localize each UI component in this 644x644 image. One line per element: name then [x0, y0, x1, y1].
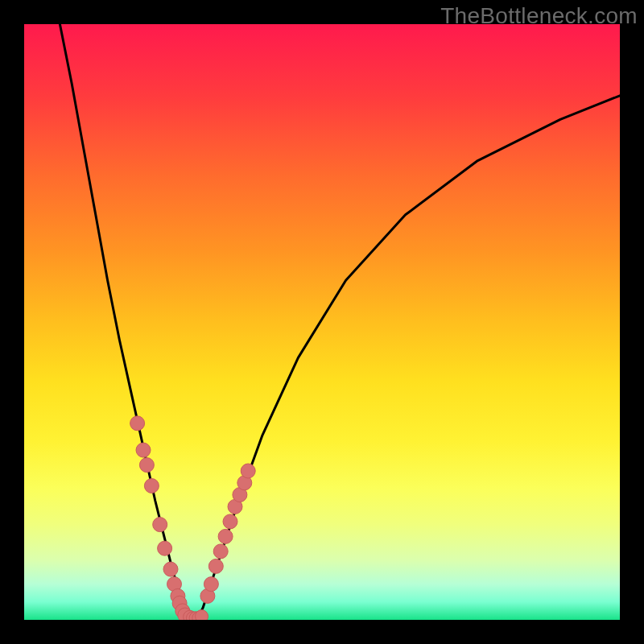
data-point	[218, 529, 233, 543]
outer-frame: TheBottleneck.com	[0, 0, 644, 644]
data-point	[158, 541, 172, 555]
data-point	[139, 458, 154, 473]
data-point	[223, 514, 237, 529]
scatter-left	[130, 416, 192, 620]
data-point	[196, 610, 208, 620]
data-point	[213, 544, 228, 559]
data-point	[241, 464, 255, 478]
data-point	[163, 562, 178, 576]
chart-overlay	[24, 24, 620, 620]
data-point	[144, 479, 159, 493]
data-point	[204, 577, 218, 592]
data-point	[153, 518, 167, 532]
scatter-bottom	[184, 610, 208, 620]
data-point	[208, 559, 223, 573]
main-curve	[60, 24, 620, 620]
scatter-right	[200, 464, 255, 603]
data-point	[130, 416, 145, 431]
data-point	[136, 443, 151, 457]
watermark-text: TheBottleneck.com	[440, 3, 638, 29]
